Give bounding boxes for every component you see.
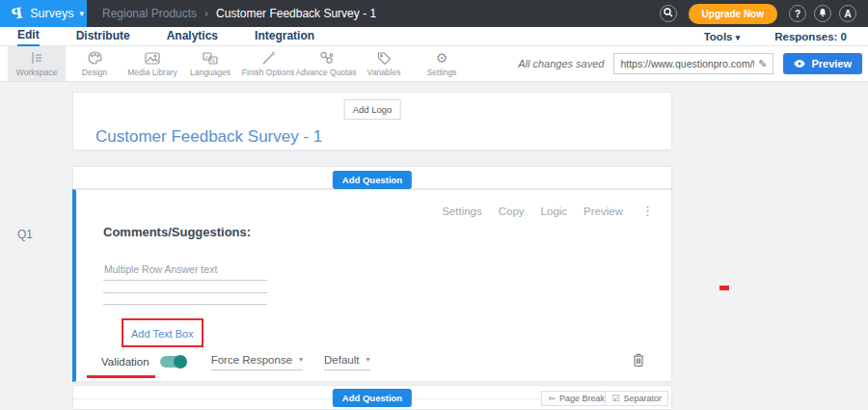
chevron-down-icon: ▾ — [299, 355, 303, 364]
validation-toggle[interactable] — [160, 356, 186, 368]
tab-edit[interactable]: Edit — [17, 26, 40, 46]
workspace-icon — [29, 51, 44, 66]
add-question-button-bottom[interactable]: Add Question — [333, 389, 412, 407]
avatar-letter: A — [844, 9, 851, 19]
survey-url-field[interactable]: https://www.questionpro.com/t/APNrFZ ✎ — [613, 53, 773, 74]
validation-annotation-underline — [87, 375, 155, 378]
media-library-icon — [145, 51, 160, 66]
breadcrumb-parent[interactable]: Regional Products — [102, 7, 197, 20]
toolbar-item-media-library[interactable]: Media Library — [123, 46, 181, 81]
chevron-down-icon: ▾ — [366, 355, 369, 364]
survey-header-card: Add Logo Customer Feedback Survey - 1 — [72, 92, 672, 150]
nav-right: Tools ▾ Responses: 0 — [704, 31, 851, 42]
scissors-icon: ✂ — [548, 394, 556, 403]
add-text-box-link[interactable]: Add Text Box — [131, 328, 194, 340]
pencil-icon[interactable]: ✎ — [758, 58, 767, 70]
autosave-status: All changes saved — [518, 58, 604, 69]
notifications-button[interactable] — [814, 5, 831, 22]
add-question-strip-top: Add Question — [72, 166, 672, 189]
page-break-button[interactable]: ✂ Page Break — [541, 391, 611, 406]
section-nav: Edit Distribute Analytics Integration To… — [0, 27, 868, 46]
question-code-label: Q1 — [17, 228, 33, 241]
question-copy-link[interactable]: Copy — [499, 205, 525, 217]
toolbar-item-variables[interactable]: Variables — [355, 46, 413, 81]
topbar: P Surveys ▾ Regional Products › Customer… — [0, 0, 868, 27]
responses-count[interactable]: Responses: 0 — [774, 31, 847, 42]
answer-row-line[interactable] — [103, 304, 267, 305]
kebab-menu-icon[interactable]: ⋮ — [641, 204, 654, 218]
toolbar-item-workspace[interactable]: Workspace — [8, 46, 66, 81]
question-mark-icon: ? — [795, 9, 800, 19]
survey-url-value[interactable]: https://www.questionpro.com/t/APNrFZ — [620, 58, 754, 69]
default-dropdown[interactable]: Default ▾ — [324, 354, 369, 370]
finish-options-icon — [261, 51, 276, 66]
force-response-dropdown[interactable]: Force Response ▾ — [211, 354, 303, 370]
add-question-strip-bottom: Add Question ✂ Page Break ☑ Separator — [72, 385, 672, 410]
answer-row-line[interactable] — [103, 280, 267, 281]
toolbar-item-design[interactable]: Design — [66, 46, 123, 81]
languages-icon: xA — [203, 51, 218, 66]
chevron-down-icon: ▾ — [736, 33, 741, 42]
design-icon — [88, 51, 102, 66]
upgrade-now-button[interactable]: Upgrade Now — [689, 4, 777, 24]
tools-menu[interactable]: Tools ▾ — [704, 31, 741, 42]
question-preview-link[interactable]: Preview — [583, 205, 623, 217]
variables-icon — [377, 51, 392, 66]
svg-text:A: A — [212, 57, 216, 63]
delete-question-button[interactable] — [633, 353, 644, 370]
logo-area[interactable]: P Surveys ▾ — [0, 0, 87, 27]
toolbar-item-languages[interactable]: xA Languages — [181, 46, 239, 81]
question-card: Settings Copy Logic Preview ⋮ Comments/S… — [72, 189, 672, 382]
toolbar-item-finish-options[interactable]: Finish Options — [239, 46, 297, 81]
toggle-knob — [174, 355, 187, 369]
validation-label: Validation — [101, 356, 149, 368]
editor-toolbar: Workspace Design Media Library xA Langua… — [0, 46, 868, 82]
tab-integration[interactable]: Integration — [255, 27, 314, 45]
svg-text:x: x — [205, 53, 208, 59]
advance-quotas-icon — [319, 51, 334, 66]
app-label: Surveys — [30, 7, 73, 20]
answer-placeholder[interactable]: Multiple Row Answer text — [104, 263, 217, 275]
preview-button[interactable]: Preview — [783, 53, 862, 74]
breadcrumb: Regional Products › Customer Feedback Su… — [102, 7, 376, 20]
questionpro-logo-icon: P — [11, 4, 24, 22]
answer-row-line[interactable] — [103, 292, 267, 293]
toolbar-item-settings[interactable]: ⚙ Settings — [413, 46, 471, 81]
bell-icon — [818, 8, 827, 19]
gear-icon: ⚙ — [436, 51, 448, 66]
add-text-box-highlight: Add Text Box — [122, 318, 203, 347]
question-actions: Settings Copy Logic Preview ⋮ — [442, 204, 654, 218]
chevron-down-icon: ▾ — [79, 9, 84, 18]
trash-icon — [633, 353, 644, 370]
search-icon — [664, 8, 673, 19]
question-logic-link[interactable]: Logic — [541, 205, 568, 217]
add-logo-button[interactable]: Add Logo — [344, 99, 401, 120]
add-question-button-top[interactable]: Add Question — [333, 171, 412, 189]
toolbar-right: All changes saved https://www.questionpr… — [518, 46, 868, 81]
red-cursor-annotation — [719, 286, 729, 290]
question-text[interactable]: Comments/Suggestions: — [103, 225, 251, 239]
checked-box-icon: ☑ — [611, 394, 619, 403]
topbar-actions: Upgrade Now ? A — [660, 4, 868, 24]
breadcrumb-separator-icon: › — [204, 7, 208, 20]
eye-icon — [794, 58, 805, 69]
question-settings-link[interactable]: Settings — [442, 205, 482, 217]
breadcrumb-current: Customer Feedback Survey - 1 — [216, 7, 376, 20]
search-button[interactable] — [660, 5, 677, 22]
help-button[interactable]: ? — [789, 5, 806, 22]
toolbar-item-advance-quotas[interactable]: Advance Quotas — [297, 46, 355, 81]
tab-distribute[interactable]: Distribute — [76, 27, 130, 45]
tab-analytics[interactable]: Analytics — [167, 27, 218, 45]
question-footer-controls: Validation Force Response ▾ Default ▾ — [76, 348, 671, 375]
separator-button[interactable]: ☑ Separator — [605, 391, 668, 406]
survey-title[interactable]: Customer Feedback Survey - 1 — [95, 127, 322, 147]
avatar[interactable]: A — [839, 5, 856, 22]
